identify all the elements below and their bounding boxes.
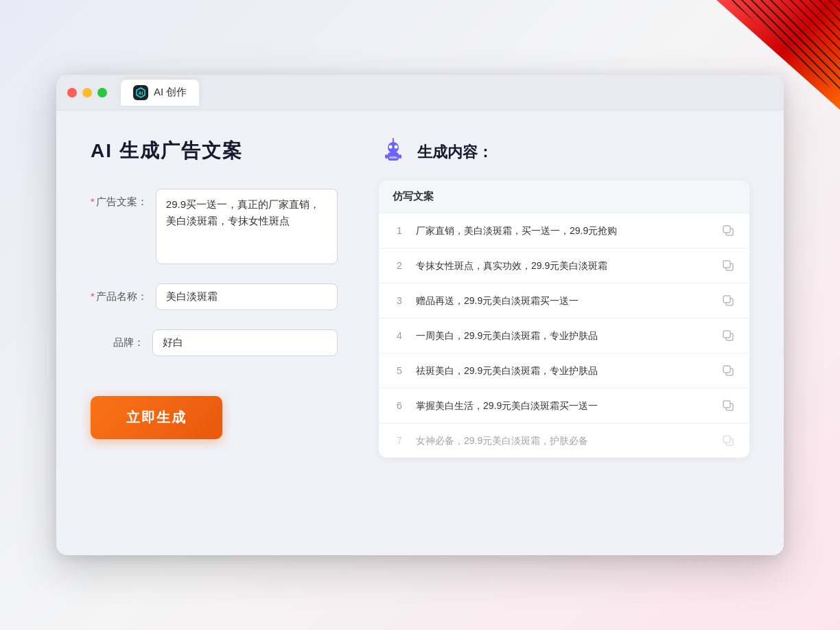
- table-row: 7 女神必备，29.9元美白淡斑霜，护肤必备: [379, 423, 749, 458]
- ad-copy-label: *广告文案：: [91, 189, 156, 209]
- svg-rect-18: [723, 331, 730, 338]
- ad-copy-input[interactable]: 29.9买一送一，真正的厂家直销，美白淡斑霜，专抹女性斑点: [156, 189, 338, 264]
- svg-rect-12: [723, 226, 730, 233]
- minimize-button[interactable]: [82, 88, 92, 97]
- right-panel: 生成内容： 仿写文案 1 厂家直销，美白淡斑霜，买一送一，29.9元抢购 2 专…: [379, 138, 749, 458]
- table-row: 2 专抹女性斑点，真实功效，29.9元美白淡斑霜: [379, 248, 749, 283]
- svg-point-9: [393, 138, 395, 140]
- result-table: 仿写文案 1 厂家直销，美白淡斑霜，买一送一，29.9元抢购 2 专抹女性斑点，…: [379, 180, 749, 458]
- robot-icon: [379, 138, 408, 167]
- copy-icon[interactable]: [721, 223, 736, 238]
- table-row: 3 赠品再送，29.9元美白淡斑霜买一送一: [379, 283, 749, 318]
- row-number: 1: [393, 225, 406, 236]
- row-number: 6: [393, 400, 406, 411]
- copy-icon[interactable]: [721, 398, 736, 413]
- browser-window: AI AI 创作 AI 生成广告文案 *广告文案： 29.9买一送一，真正的厂家…: [56, 75, 784, 555]
- table-row: 1 厂家直销，美白淡斑霜，买一送一，29.9元抢购: [379, 213, 749, 248]
- generate-button[interactable]: 立即生成: [91, 396, 222, 439]
- row-number: 4: [393, 330, 406, 341]
- svg-rect-16: [723, 296, 730, 303]
- required-star-1: *: [91, 196, 95, 207]
- row-text: 掌握美白生活，29.9元美白淡斑霜买一送一: [416, 399, 711, 413]
- svg-point-4: [389, 145, 393, 149]
- row-number: 3: [393, 295, 406, 306]
- tab-title: AI 创作: [154, 86, 187, 99]
- brand-row: 品牌：: [91, 329, 338, 356]
- product-name-label: *产品名称：: [91, 283, 156, 303]
- result-header: 生成内容：: [379, 138, 749, 167]
- traffic-lights: [67, 88, 107, 97]
- svg-text:AI: AI: [139, 91, 143, 95]
- table-row: 6 掌握美白生活，29.9元美白淡斑霜买一送一: [379, 388, 749, 423]
- page-title: AI 生成广告文案: [91, 138, 338, 164]
- results-container: 1 厂家直销，美白淡斑霜，买一送一，29.9元抢购 2 专抹女性斑点，真实功效，…: [379, 213, 749, 458]
- svg-rect-20: [723, 366, 730, 373]
- maximize-button[interactable]: [97, 88, 107, 97]
- tab-ai-icon: AI: [133, 85, 148, 100]
- product-name-row: *产品名称：: [91, 283, 338, 310]
- row-number: 7: [393, 435, 406, 446]
- row-text: 女神必备，29.9元美白淡斑霜，护肤必备: [416, 434, 711, 448]
- row-text: 专抹女性斑点，真实功效，29.9元美白淡斑霜: [416, 259, 711, 273]
- svg-rect-24: [723, 436, 730, 443]
- ad-copy-row: *广告文案： 29.9买一送一，真正的厂家直销，美白淡斑霜，专抹女性斑点: [91, 189, 338, 264]
- brand-label: 品牌：: [91, 329, 152, 349]
- product-name-input[interactable]: [156, 283, 338, 310]
- row-number: 2: [393, 260, 406, 271]
- copy-icon[interactable]: [721, 363, 736, 378]
- left-panel: AI 生成广告文案 *广告文案： 29.9买一送一，真正的厂家直销，美白淡斑霜，…: [91, 138, 338, 458]
- table-row: 5 祛斑美白，29.9元美白淡斑霜，专业护肤品: [379, 353, 749, 388]
- result-title: 生成内容：: [417, 142, 493, 163]
- required-star-2: *: [91, 290, 95, 302]
- active-tab[interactable]: AI AI 创作: [121, 80, 199, 106]
- close-button[interactable]: [67, 88, 77, 97]
- svg-rect-7: [399, 154, 401, 159]
- copy-icon[interactable]: [721, 433, 736, 448]
- row-text: 祛斑美白，29.9元美白淡斑霜，专业护肤品: [416, 364, 711, 378]
- row-number: 5: [393, 365, 406, 376]
- row-text: 赠品再送，29.9元美白淡斑霜买一送一: [416, 294, 711, 308]
- row-text: 一周美白，29.9元美白淡斑霜，专业护肤品: [416, 329, 711, 343]
- main-content: AI 生成广告文案 *广告文案： 29.9买一送一，真正的厂家直销，美白淡斑霜，…: [56, 110, 784, 485]
- svg-rect-6: [385, 154, 388, 159]
- svg-rect-10: [389, 156, 397, 159]
- copy-icon[interactable]: [721, 293, 736, 308]
- table-row: 4 一周美白，29.9元美白淡斑霜，专业护肤品: [379, 318, 749, 353]
- table-header: 仿写文案: [379, 180, 749, 213]
- svg-rect-22: [723, 401, 730, 408]
- row-text: 厂家直销，美白淡斑霜，买一送一，29.9元抢购: [416, 224, 711, 238]
- copy-icon[interactable]: [721, 328, 736, 343]
- svg-point-5: [395, 145, 398, 149]
- svg-rect-14: [723, 261, 730, 268]
- brand-input[interactable]: [152, 329, 338, 356]
- title-bar: AI AI 创作: [56, 75, 784, 110]
- copy-icon[interactable]: [721, 258, 736, 273]
